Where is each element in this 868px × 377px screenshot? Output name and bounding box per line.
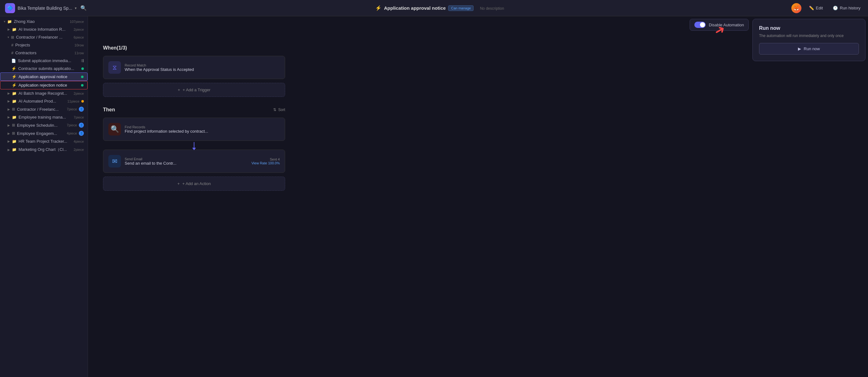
chevron-down-icon[interactable]: ▾: [75, 6, 76, 10]
disable-automation-label: Disable Automation: [709, 23, 744, 27]
add-trigger-button[interactable]: + + Add a Trigger: [103, 83, 285, 97]
send-email-icon-box: ✉: [108, 155, 121, 168]
edit-button[interactable]: ✏️ Edit: [806, 4, 825, 11]
automation-title: Application approval notice: [384, 5, 446, 11]
sidebar-item-ai-invoice[interactable]: ▶ 📁 AI Invoice Information R... 2piece: [0, 25, 88, 33]
action-card-send-email[interactable]: ✉ Send Email Send an email to the Contr.…: [103, 149, 285, 173]
send-email-info: Send Email Send an email to the Contr...: [125, 157, 248, 166]
action-card-find-records[interactable]: 🔍 Find Records Find project information …: [103, 117, 285, 141]
employee-scheduling-expand-icon: ▶: [7, 124, 10, 127]
projects-hash-icon: #: [11, 43, 13, 47]
ai-automated-folder-icon: 📁: [12, 99, 17, 103]
add-trigger-plus-icon: +: [178, 88, 180, 92]
app-logo-icon: 🔷: [7, 5, 13, 11]
employee-scheduling-user-badge: 👤: [79, 123, 84, 128]
avatar[interactable]: 🦊: [792, 3, 801, 13]
trigger-text: Record Match When the Approval Status is…: [125, 63, 194, 72]
disable-toggle-switch[interactable]: [694, 22, 706, 28]
contractor2-grid-icon: ⊞: [12, 107, 15, 111]
can-manage-badge: Can manage: [448, 5, 473, 11]
root-folder-icon: 📁: [7, 20, 12, 24]
marketing-folder-icon: 📁: [12, 147, 17, 152]
trigger-value-label: When the Approval Status is Accepted: [125, 67, 194, 72]
no-description: No description: [480, 6, 504, 11]
run-history-button[interactable]: 🕐 Run history: [830, 4, 863, 11]
run-now-description: The automation will run immediately and …: [759, 34, 859, 38]
sidebar-item-employee-engagement[interactable]: ▶ ⊞ Employee Engagem... 4piece 👤: [0, 129, 88, 137]
rejection-auto-icon: ⚡: [11, 83, 17, 88]
sidebar-item-contractor-freelanc2[interactable]: ▶ ⊞ Contractor / Freelanc... 7piece 👤: [0, 105, 88, 113]
sidebar-item-submit-application[interactable]: 📄 Submit application immedia... ⇶: [0, 57, 88, 65]
sidebar-item-employee-scheduling[interactable]: ▶ ⊞ Employee Schedulin... 7piece 👤: [0, 121, 88, 129]
run-now-execute-button[interactable]: ▶ Run now: [759, 43, 859, 55]
sidebar-item-ai-automated[interactable]: ▶ 📁 AI Automated Prod... 11piece: [0, 97, 88, 105]
send-email-stats: Sent 4 View Rate 100.0%: [252, 158, 280, 165]
contractors-hash-icon: #: [11, 51, 13, 55]
ai-automated-orange-dot: [81, 100, 84, 103]
ai-batch-expand-icon: ▶: [7, 92, 10, 95]
marketing-expand-icon: ▶: [7, 148, 10, 151]
record-match-icon: ⧖: [113, 64, 117, 71]
search-button[interactable]: 🔍: [79, 4, 88, 12]
toggle-knob: [700, 22, 705, 27]
header-right: 🦊 ✏️ Edit 🕐 Run history: [792, 3, 863, 13]
add-action-plus-icon: +: [178, 181, 180, 186]
automation-icon: ⚡: [375, 5, 381, 11]
sidebar: ▾ 📁 Zhong Xiao 107piece ▶ 📁 AI Invoice I…: [0, 16, 88, 377]
sidebar-item-ai-batch[interactable]: ▶ 📁 AI Batch Image Recognit... 2piece: [0, 90, 88, 97]
header-title-row: ⚡ Application approval notice Can manage: [375, 5, 474, 11]
employee-scheduling-grid-icon: ⊞: [12, 123, 15, 127]
employee-engagement-user-badge: 👤: [79, 131, 84, 136]
ai-invoice-folder-icon: 📁: [12, 27, 17, 32]
send-email-icon: ✉: [112, 158, 118, 165]
employee-engagement-expand-icon: ▶: [7, 132, 10, 135]
sidebar-item-application-rejection[interactable]: ⚡ Application rejection notice: [0, 81, 88, 90]
edit-icon: ✏️: [809, 6, 814, 10]
sidebar-item-application-approval[interactable]: ⚡ Application approval notice: [0, 72, 88, 81]
sidebar-item-contractor-submits[interactable]: ⚡ Contractor submits applicatio...: [0, 65, 88, 72]
employee-training-folder-icon: 📁: [12, 115, 17, 119]
sidebar-item-contractor-freelancer[interactable]: ▾ ⊞ Contractor / Freelancer ... 6piece: [0, 33, 88, 41]
hr-team-folder-icon: 📁: [12, 139, 17, 144]
trigger-card[interactable]: ⧖ Record Match When the Approval Status …: [103, 56, 285, 79]
run-now-play-icon: ▶: [798, 46, 801, 51]
content-area: Disable Automation ➜ Run now The automat…: [88, 16, 868, 377]
top-header: 🔷 Bika Template Building Sp... ▾ 🔍 ⚡ App…: [0, 0, 868, 16]
then-section-label: Then: [103, 107, 115, 113]
app-title: Bika Template Building Sp...: [18, 6, 72, 11]
sidebar-item-contractors[interactable]: # Contractors 11row: [0, 49, 88, 57]
find-records-value-label: Find project information selected by con…: [125, 129, 280, 134]
main-layout: ▾ 📁 Zhong Xiao 107piece ▶ 📁 AI Invoice I…: [0, 16, 868, 377]
send-email-type-label: Send Email: [125, 157, 248, 161]
when-section-label: When(1/3): [103, 45, 853, 51]
connector-line: [194, 142, 194, 149]
hr-team-expand-icon: ▶: [7, 140, 10, 143]
add-action-button[interactable]: + + Add an Action: [103, 177, 285, 191]
contractor-submits-dot: [81, 67, 84, 70]
sidebar-item-marketing-org[interactable]: ▶ 📁 Marketing Org Chart（Cl... 2piece: [0, 145, 88, 154]
sidebar-item-projects[interactable]: # Projects 10row: [0, 41, 88, 49]
sidebar-root-section: ▾ 📁 Zhong Xiao 107piece ▶ 📁 AI Invoice I…: [0, 16, 88, 155]
header-left: 🔷 Bika Template Building Sp... ▾ 🔍: [5, 3, 88, 13]
sidebar-item-hr-team-project[interactable]: ▶ 📁 HR Team Project Tracker... 4piece: [0, 137, 88, 145]
trigger-icon-box: ⧖: [108, 61, 121, 74]
share-icon: ⇶: [81, 59, 84, 63]
submit-doc-icon: 📄: [11, 59, 16, 63]
connector-arrow: [192, 148, 196, 150]
contractor-submits-auto-icon: ⚡: [11, 66, 16, 71]
sort-button[interactable]: ⇅ Sort: [273, 108, 285, 112]
sort-icon: ⇅: [273, 108, 276, 112]
ai-batch-folder-icon: 📁: [12, 91, 17, 96]
employee-training-expand-icon: ▶: [7, 115, 10, 119]
send-email-stat-value: View Rate 100.0%: [252, 161, 280, 165]
contractor2-user-badge: 👤: [79, 107, 84, 112]
rejection-dot: [81, 84, 84, 87]
trigger-type-label: Record Match: [125, 63, 194, 67]
sidebar-root-item[interactable]: ▾ 📁 Zhong Xiao 107piece: [0, 18, 88, 25]
employee-engagement-grid-icon: ⊞: [12, 131, 15, 136]
contractor-expand-icon: ▾: [7, 35, 9, 39]
contractor-grid-icon: ⊞: [11, 35, 14, 39]
sidebar-item-employee-training[interactable]: ▶ 📁 Employee training mana... 7piece: [0, 113, 88, 121]
app-logo: 🔷: [5, 3, 15, 13]
find-records-info: Find Records Find project information se…: [125, 125, 280, 134]
